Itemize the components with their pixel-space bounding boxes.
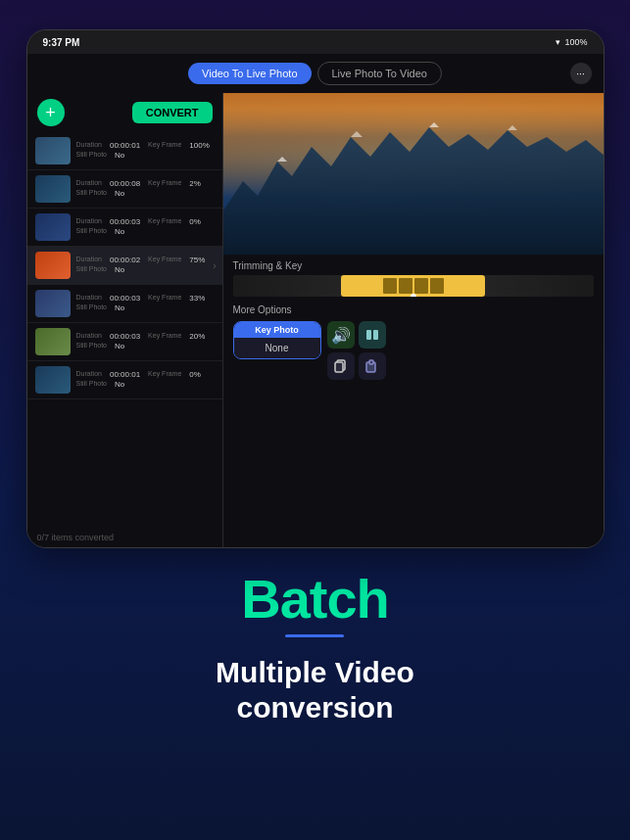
top-tabs: Video To Live Photo Live Photo To Video … <box>27 54 604 93</box>
video-meta: Duration 00:00:01 Key Frame 0% Still Pho… <box>76 370 215 390</box>
batch-underline <box>285 634 344 637</box>
items-count: 0/7 items converted <box>27 528 222 547</box>
batch-subtitle: Multiple Videoconversion <box>216 655 414 725</box>
trim-left-button[interactable] <box>359 321 386 349</box>
options-title: More Options <box>233 304 594 315</box>
options-section: More Options Key Photo None 🔊 <box>223 301 604 384</box>
video-meta: Duration 00:00:03 Key Frame 0% Still Pho… <box>76 217 215 237</box>
convert-button[interactable]: CONVERT <box>132 102 213 123</box>
wifi-icon: ▾ <box>556 37 560 47</box>
trimming-title: Trimming & Key <box>233 260 594 271</box>
left-panel: + CONVERT Duration 00:00:01 Key Frame 10… <box>27 93 223 547</box>
table-row[interactable]: Duration 00:00:03 Key Frame 20% Still Ph… <box>27 323 222 361</box>
battery-icon: 100% <box>564 37 587 47</box>
table-row[interactable]: Duration 00:00:01 Key Frame 100% Still P… <box>27 132 222 170</box>
key-photo-selector[interactable]: Key Photo None <box>233 321 321 359</box>
film-strip <box>414 278 428 294</box>
stillphoto-value: No <box>115 151 124 160</box>
film-strip <box>399 278 412 294</box>
add-button[interactable]: + <box>37 99 65 126</box>
trim-bar[interactable] <box>233 275 594 297</box>
video-meta: Duration 00:00:01 Key Frame 100% Still P… <box>76 141 215 161</box>
video-thumbnail <box>35 290 71 317</box>
right-panel: Trimming & Key <box>223 93 604 547</box>
main-area: + CONVERT Duration 00:00:01 Key Frame 10… <box>27 93 604 547</box>
video-meta: Duration 00:00:03 Key Frame 20% Still Ph… <box>76 332 215 351</box>
table-row[interactable]: Duration 00:00:08 Key Frame 2% Still Pho… <box>27 170 222 209</box>
svg-rect-2 <box>373 330 378 340</box>
preview-image <box>223 93 604 255</box>
duration-value: 00:00:01 <box>110 141 140 150</box>
video-thumbnail <box>35 175 71 203</box>
bottom-section: Batch Multiple Videoconversion <box>196 548 434 745</box>
copy-icon <box>334 359 348 373</box>
video-meta: Duration 00:00:03 Key Frame 33% Still Ph… <box>76 294 215 313</box>
tab-video-to-live[interactable]: Video To Live Photo <box>188 63 311 84</box>
video-thumbnail <box>35 213 71 241</box>
keyframe-label: Key Frame <box>148 141 181 150</box>
status-bar: 9:37 PM ▾ 100% <box>27 30 604 54</box>
table-row[interactable]: Duration 00:00:03 Key Frame 33% Still Ph… <box>27 285 222 323</box>
video-thumbnail <box>35 328 71 355</box>
audio-button[interactable]: 🔊 <box>327 321 355 349</box>
video-meta: Duration 00:00:02 Key Frame 75% Still Ph… <box>76 256 215 275</box>
film-strip <box>383 278 397 294</box>
ipad-frame: 9:37 PM ▾ 100% Video To Live Photo Live … <box>26 29 605 548</box>
key-photo-value: None <box>234 338 320 358</box>
app-content: Video To Live Photo Live Photo To Video … <box>27 54 604 547</box>
paste-icon <box>365 359 379 373</box>
trim-left-icon <box>364 327 380 343</box>
preview-area <box>223 93 604 255</box>
trim-position-dot <box>411 294 416 297</box>
more-button[interactable]: ··· <box>570 63 592 84</box>
film-strip <box>430 278 444 294</box>
table-row[interactable]: Duration 00:00:02 Key Frame 75% Still Ph… <box>27 247 222 285</box>
video-meta: Duration 00:00:08 Key Frame 2% Still Pho… <box>76 179 215 199</box>
tab-live-to-video[interactable]: Live Photo To Video <box>317 62 442 85</box>
svg-rect-4 <box>335 362 343 372</box>
options-grid: Key Photo None 🔊 <box>233 321 594 380</box>
svg-rect-1 <box>366 330 371 340</box>
stillphoto-label: Still Photo <box>76 151 108 160</box>
key-photo-label: Key Photo <box>234 322 320 338</box>
svg-rect-6 <box>369 360 373 364</box>
toolbar: + CONVERT <box>27 93 222 132</box>
video-list: Duration 00:00:01 Key Frame 100% Still P… <box>27 132 222 528</box>
icon-grid: 🔊 <box>327 321 386 380</box>
status-right: ▾ 100% <box>556 37 587 47</box>
video-thumbnail <box>35 366 71 394</box>
landscape-svg <box>223 93 604 255</box>
keyframe-value: 100% <box>189 141 209 150</box>
trimming-section: Trimming & Key <box>223 255 604 301</box>
table-row[interactable]: Duration 00:00:03 Key Frame 0% Still Pho… <box>27 209 222 247</box>
copy-button[interactable] <box>327 352 355 380</box>
batch-title: Batch <box>241 572 389 627</box>
status-time: 9:37 PM <box>43 37 80 48</box>
duration-label: Duration <box>76 141 102 150</box>
video-thumbnail <box>35 252 71 279</box>
chevron-right-icon: › <box>213 260 216 271</box>
video-thumbnail <box>35 137 71 164</box>
table-row[interactable]: Duration 00:00:01 Key Frame 0% Still Pho… <box>27 361 222 399</box>
paste-button[interactable] <box>359 352 386 380</box>
